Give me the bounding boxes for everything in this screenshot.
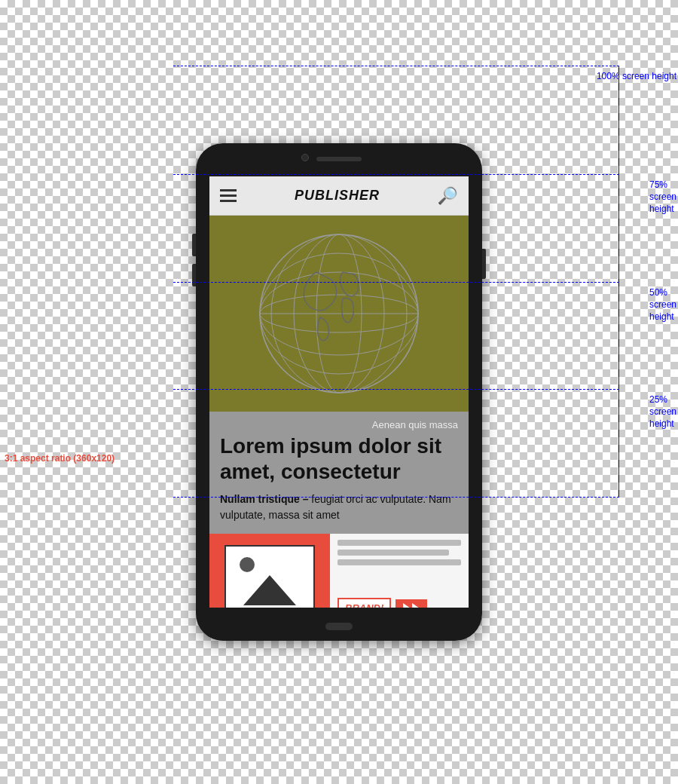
phone-body: PUBLISHER 🔍 <box>196 143 482 641</box>
byline-bold: Nullam tristique – <box>220 493 308 505</box>
hero-section <box>209 216 469 412</box>
annotation-75pct: 75%screenheight <box>649 179 676 216</box>
line-100pct <box>173 66 619 66</box>
phone-home-button[interactable] <box>325 623 353 630</box>
ad-content-area: BRAND! <box>330 534 469 608</box>
annotation-100pct: 100% screen height <box>597 70 676 82</box>
publisher-title: PUBLISHER <box>295 188 380 204</box>
ad-line-3 <box>337 559 461 565</box>
category-label: Aenean quis massa <box>220 419 458 430</box>
line-bottom <box>173 497 619 498</box>
ad-line-1 <box>337 540 461 546</box>
image-circle <box>240 557 255 572</box>
left-annotation: 3:1 aspect ratio (360x120) <box>5 452 115 465</box>
play-arrow-1 <box>403 603 411 608</box>
phone-speaker <box>316 157 362 161</box>
play-button[interactable] <box>396 599 427 608</box>
image-mountain <box>243 575 296 605</box>
content-section: Aenean quis massa Lorem ipsum dolor sit … <box>209 412 469 534</box>
line-50pct <box>173 282 619 283</box>
search-icon[interactable]: 🔍 <box>438 186 458 206</box>
globe-icon <box>256 231 422 397</box>
phone-screen: PUBLISHER 🔍 <box>209 176 469 608</box>
ad-text-lines <box>337 540 461 565</box>
nav-bar: PUBLISHER 🔍 <box>209 176 469 216</box>
line-75pct <box>173 174 619 175</box>
annotation-25pct: 25%screenheight <box>649 394 676 430</box>
phone-camera <box>301 154 309 161</box>
ad-line-2 <box>337 550 449 556</box>
right-bracket-line <box>618 66 620 497</box>
play-arrow-2 <box>412 603 420 608</box>
annotation-50pct: 50%screenheight <box>649 286 676 323</box>
headline: Lorem ipsum dolor sit amet, consectetur <box>220 433 458 484</box>
hamburger-menu-icon[interactable] <box>220 189 237 202</box>
phone-vol-up <box>192 234 196 256</box>
phone-power <box>482 249 486 279</box>
phone-mockup: PUBLISHER 🔍 <box>196 143 482 641</box>
ad-buttons: BRAND! <box>337 598 461 608</box>
line-25pct <box>173 389 619 390</box>
ad-image-area <box>209 534 330 608</box>
ad-section: BRAND! <box>209 534 469 608</box>
phone-vol-down <box>192 264 196 286</box>
brand-button[interactable]: BRAND! <box>337 598 391 608</box>
image-placeholder <box>224 545 315 608</box>
